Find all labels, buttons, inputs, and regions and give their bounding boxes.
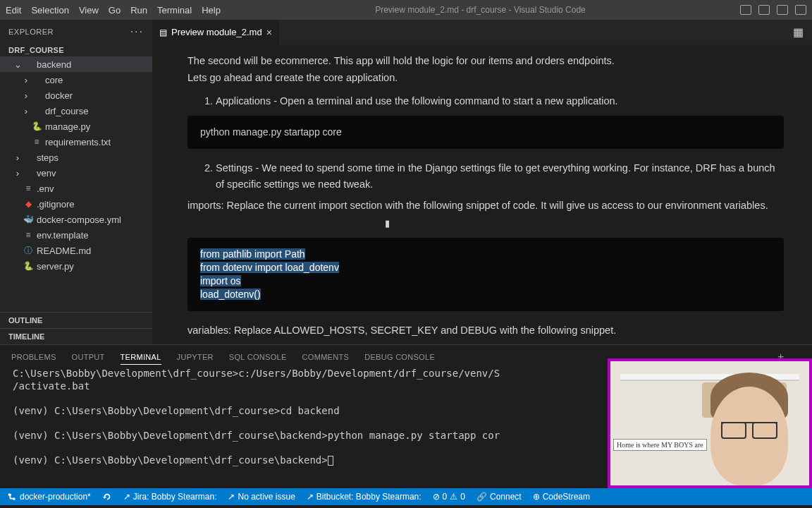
menu-go[interactable]: Go bbox=[109, 5, 121, 16]
menu-bar: Edit Selection View Go Run Terminal Help… bbox=[0, 0, 812, 20]
code-block[interactable]: python manage.py startapp core bbox=[187, 116, 784, 149]
tree-item-drf-course[interactable]: drf_course bbox=[0, 103, 152, 119]
wall-sign: Home is where MY BOYS are bbox=[613, 439, 707, 451]
error-icon: ⊘ bbox=[433, 492, 440, 502]
tree-item-server-py[interactable]: 🐍server.py bbox=[0, 258, 152, 274]
jira-issue-status[interactable]: ↗ No active issue bbox=[228, 492, 295, 502]
chevron-icon bbox=[13, 168, 23, 179]
git-branch-status[interactable]: docker-production* bbox=[7, 492, 91, 502]
code-selection: import os bbox=[200, 275, 241, 286]
editor-tabs: ▤ Preview module_2.md × ▦ bbox=[152, 20, 812, 44]
docker-icon: 🐳 bbox=[23, 214, 34, 224]
explorer-root[interactable]: DRF_COURSE bbox=[0, 44, 152, 56]
py-icon: 🐍 bbox=[31, 121, 42, 131]
sync-status[interactable] bbox=[102, 492, 112, 502]
file-icon: ≡ bbox=[31, 137, 42, 147]
panel-tab-terminal[interactable]: TERMINAL bbox=[121, 350, 161, 365]
tab-preview-module2[interactable]: ▤ Preview module_2.md × bbox=[152, 20, 279, 44]
md-icon: ⓘ bbox=[23, 245, 34, 257]
text-cursor-icon: ▮ bbox=[385, 217, 390, 231]
file-icon: ≡ bbox=[23, 230, 34, 240]
tree-item--env[interactable]: ≡.env bbox=[0, 181, 152, 196]
panel-tab-debug-console[interactable]: DEBUG CONSOLE bbox=[364, 350, 435, 364]
bottom-panel: PROBLEMSOUTPUTTERMINALJUPYTERSQL CONSOLE… bbox=[0, 344, 812, 488]
tree-item-label: .env bbox=[37, 183, 54, 194]
markdown-preview[interactable]: The second will be ecommerce. This app w… bbox=[152, 44, 812, 344]
split-editor-icon[interactable]: ▦ bbox=[793, 25, 804, 39]
layout-sidebar-icon[interactable] bbox=[777, 5, 788, 15]
tree-item-steps[interactable]: steps bbox=[0, 150, 152, 165]
warning-count: 0 bbox=[460, 492, 465, 502]
layout-panel-icon[interactable] bbox=[758, 5, 770, 15]
paragraph: Lets go ahead and create the core applic… bbox=[187, 70, 784, 85]
git-icon: ◆ bbox=[23, 199, 34, 209]
jira-status[interactable]: ↗ Jira: Bobby Stearman: bbox=[123, 492, 217, 502]
tree-item-label: backend bbox=[37, 59, 71, 70]
tree-item-label: manage.py bbox=[45, 121, 90, 132]
panel-tab-output[interactable]: OUTPUT bbox=[72, 350, 105, 364]
chevron-icon bbox=[13, 152, 23, 163]
tree-item-label: core bbox=[45, 75, 63, 85]
connect-label: Connect bbox=[490, 492, 522, 502]
explorer-sidebar: EXPLORER ··· DRF_COURSE backendcoredocke… bbox=[0, 20, 152, 344]
timeline-section[interactable]: TIMELINE bbox=[0, 328, 152, 344]
explorer-title: EXPLORER bbox=[8, 28, 54, 36]
status-bar: docker-production* ↗ Jira: Bobby Stearma… bbox=[0, 488, 812, 505]
code-block-selected[interactable]: from pathlib import Path from dotenv imp… bbox=[187, 238, 784, 311]
tree-item-manage-py[interactable]: 🐍manage.py bbox=[0, 119, 152, 134]
tree-item--gitignore[interactable]: ◆.gitignore bbox=[0, 196, 152, 212]
tree-item-readme-md[interactable]: ⓘREADME.md bbox=[0, 243, 152, 258]
close-tab-icon[interactable]: × bbox=[266, 27, 272, 38]
tree-item-label: server.py bbox=[37, 261, 74, 272]
tree-item-docker[interactable]: docker bbox=[0, 87, 152, 103]
py-icon: 🐍 bbox=[23, 261, 34, 271]
tree-item-venv[interactable]: venv bbox=[0, 165, 152, 181]
panel-tab-jupyter[interactable]: JUPYTER bbox=[177, 350, 214, 364]
menu-help[interactable]: Help bbox=[202, 5, 221, 16]
tree-item-requirements-txt[interactable]: ≡requirements.txt bbox=[0, 134, 152, 150]
panel-tab-problems[interactable]: PROBLEMS bbox=[11, 350, 56, 364]
panel-tab-comments[interactable]: COMMENTS bbox=[302, 350, 350, 364]
editor-area: ▤ Preview module_2.md × ▦ The second wil… bbox=[152, 20, 812, 344]
warning-icon: ⚠ bbox=[450, 492, 457, 502]
menu-edit[interactable]: Edit bbox=[6, 5, 21, 16]
sync-icon bbox=[102, 492, 112, 502]
bitbucket-label: Bitbucket: Bobby Stearman: bbox=[316, 492, 422, 502]
window-title: Preview module_2.md - drf_course - Visua… bbox=[375, 5, 586, 15]
tree-item-core[interactable]: core bbox=[0, 72, 152, 87]
tree-item-label: .gitignore bbox=[37, 199, 74, 210]
issue-label: No active issue bbox=[238, 492, 295, 502]
list-item: Applications - Open a terminal and use t… bbox=[216, 93, 784, 109]
terminal-cursor bbox=[328, 456, 333, 466]
explorer-more-icon[interactable]: ··· bbox=[130, 25, 144, 38]
tree-item-label: env.template bbox=[37, 230, 88, 241]
codestream-label: CodeStream bbox=[543, 492, 590, 502]
panel-tab-sql-console[interactable]: SQL CONSOLE bbox=[229, 350, 287, 364]
tree-item-docker-compose-yml[interactable]: 🐳docker-compose.yml bbox=[0, 212, 152, 227]
tree-item-label: steps bbox=[37, 152, 59, 163]
code-selection: load_dotenv() bbox=[200, 289, 261, 300]
bitbucket-status[interactable]: ↗ Bitbucket: Bobby Stearman: bbox=[307, 492, 422, 502]
menu-run[interactable]: Run bbox=[130, 5, 147, 16]
menu-terminal[interactable]: Terminal bbox=[157, 5, 192, 16]
tree-item-label: venv bbox=[37, 168, 56, 179]
file-tree: backendcoredockerdrf_course🐍manage.py≡re… bbox=[0, 56, 152, 312]
codestream-status[interactable]: ⊕ CodeStream bbox=[533, 492, 590, 502]
chevron-icon bbox=[21, 106, 31, 116]
code-selection: from dotenv import load_dotenv bbox=[200, 262, 339, 273]
outline-section[interactable]: OUTLINE bbox=[0, 312, 152, 328]
tree-item-env-template[interactable]: ≡env.template bbox=[0, 227, 152, 243]
chevron-icon bbox=[13, 59, 23, 70]
tree-item-label: README.md bbox=[37, 246, 91, 256]
paragraph: imports: Replace the current import sect… bbox=[187, 198, 784, 213]
code-text: python manage.py startapp core bbox=[200, 126, 342, 138]
tree-item-label: docker bbox=[45, 90, 73, 101]
layout-toggle-icon[interactable] bbox=[740, 5, 751, 15]
menu-view[interactable]: View bbox=[79, 5, 99, 16]
menu-selection[interactable]: Selection bbox=[31, 5, 68, 16]
errors-warnings-status[interactable]: ⊘0 ⚠0 bbox=[433, 492, 465, 502]
connect-status[interactable]: 🔗 Connect bbox=[476, 492, 522, 502]
tree-item-backend[interactable]: backend bbox=[0, 56, 152, 72]
list-item: Settings - We need to spend some time in… bbox=[216, 160, 784, 192]
layout-customize-icon[interactable] bbox=[795, 5, 806, 15]
